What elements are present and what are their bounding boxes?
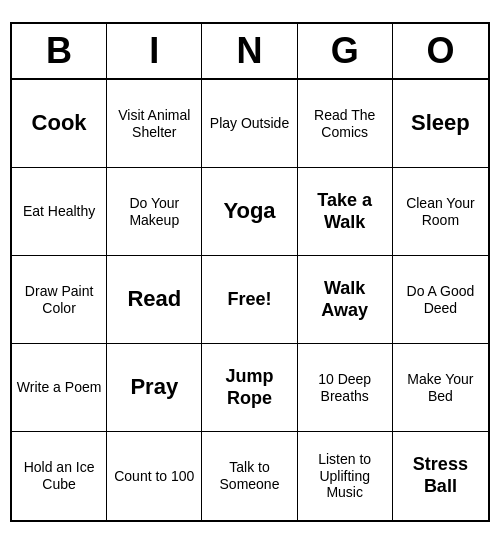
bingo-cell[interactable]: Do A Good Deed	[393, 256, 488, 344]
header-letter: G	[298, 24, 393, 78]
bingo-cell[interactable]: Clean Your Room	[393, 168, 488, 256]
bingo-cell[interactable]: Play Outside	[202, 80, 297, 168]
bingo-cell[interactable]: Talk to Someone	[202, 432, 297, 520]
bingo-cell[interactable]: Yoga	[202, 168, 297, 256]
header-letter: I	[107, 24, 202, 78]
bingo-cell[interactable]: Draw Paint Color	[12, 256, 107, 344]
bingo-cell[interactable]: Walk Away	[298, 256, 393, 344]
bingo-cell[interactable]: Listen to Uplifting Music	[298, 432, 393, 520]
bingo-cell[interactable]: Pray	[107, 344, 202, 432]
bingo-cell[interactable]: Eat Healthy	[12, 168, 107, 256]
bingo-card: BINGO CookVisit Animal ShelterPlay Outsi…	[10, 22, 490, 522]
bingo-cell[interactable]: Write a Poem	[12, 344, 107, 432]
header-letter: B	[12, 24, 107, 78]
bingo-cell[interactable]: 10 Deep Breaths	[298, 344, 393, 432]
bingo-cell[interactable]: Stress Ball	[393, 432, 488, 520]
bingo-cell[interactable]: Free!	[202, 256, 297, 344]
bingo-cell[interactable]: Visit Animal Shelter	[107, 80, 202, 168]
bingo-cell[interactable]: Do Your Makeup	[107, 168, 202, 256]
bingo-cell[interactable]: Read The Comics	[298, 80, 393, 168]
bingo-cell[interactable]: Jump Rope	[202, 344, 297, 432]
bingo-cell[interactable]: Read	[107, 256, 202, 344]
bingo-cell[interactable]: Take a Walk	[298, 168, 393, 256]
bingo-cell[interactable]: Sleep	[393, 80, 488, 168]
bingo-cell[interactable]: Count to 100	[107, 432, 202, 520]
bingo-header: BINGO	[12, 24, 488, 80]
bingo-cell[interactable]: Hold an Ice Cube	[12, 432, 107, 520]
bingo-cell[interactable]: Make Your Bed	[393, 344, 488, 432]
header-letter: N	[202, 24, 297, 78]
header-letter: O	[393, 24, 488, 78]
bingo-grid: CookVisit Animal ShelterPlay OutsideRead…	[12, 80, 488, 520]
bingo-cell[interactable]: Cook	[12, 80, 107, 168]
